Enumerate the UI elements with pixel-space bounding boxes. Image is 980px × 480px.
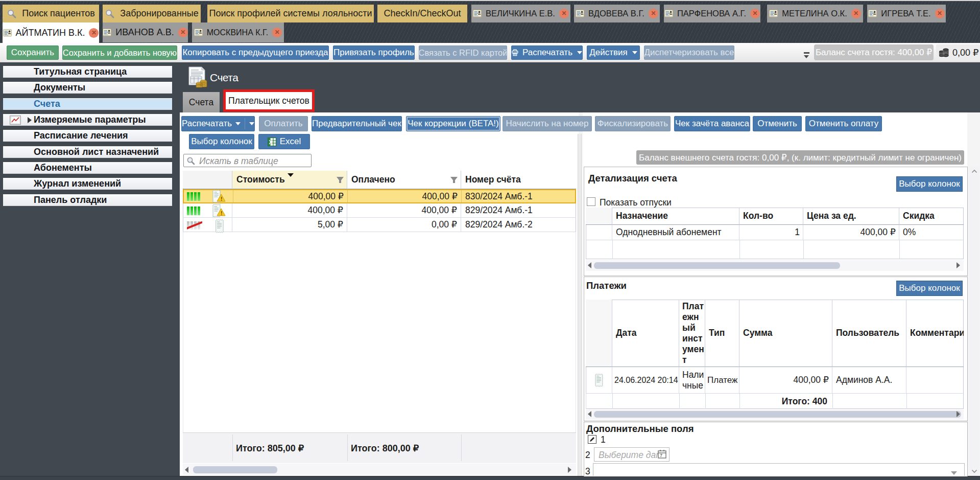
- svg-text:X: X: [269, 139, 273, 145]
- svg-text:7: 7: [660, 453, 662, 458]
- svg-text:!: !: [221, 211, 222, 216]
- svg-text:!: !: [221, 196, 222, 202]
